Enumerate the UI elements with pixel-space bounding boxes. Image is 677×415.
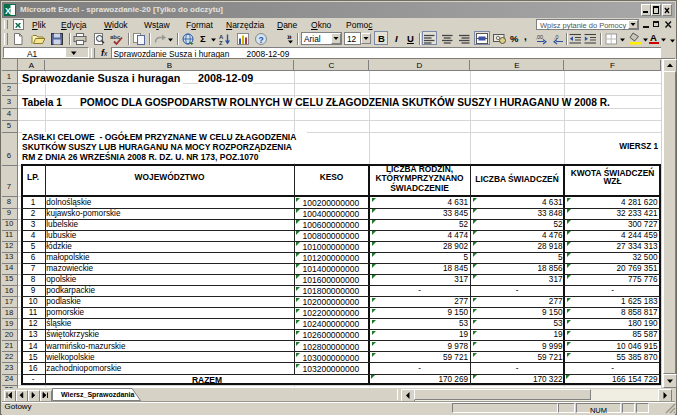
svg-text:abc: abc: [110, 34, 121, 40]
svg-text:X: X: [5, 6, 11, 16]
svg-text:Z: Z: [219, 40, 223, 45]
svg-text:,00: ,00: [536, 34, 544, 40]
svg-text:?: ?: [259, 35, 264, 45]
svg-text:A: A: [219, 34, 224, 40]
svg-text:,0: ,0: [554, 34, 559, 40]
